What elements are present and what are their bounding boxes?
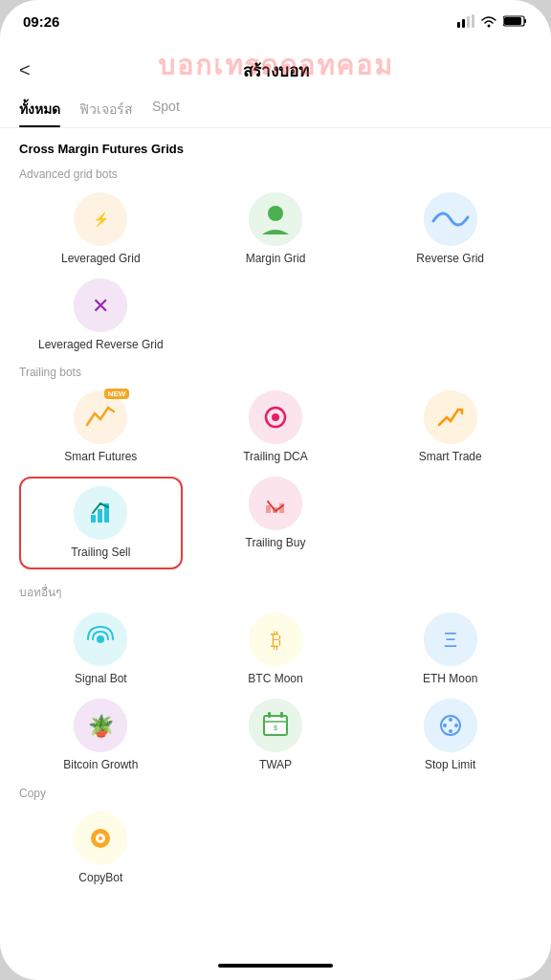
page-title: สร้างบอท: [243, 57, 309, 83]
twap-name: TWAP: [259, 758, 292, 773]
svg-point-18: [272, 413, 279, 421]
status-time: 09:26: [23, 13, 59, 30]
svg-rect-0: [457, 22, 460, 28]
tab-all[interactable]: ทั้งหมด: [19, 99, 60, 127]
svg-rect-40: [280, 712, 283, 718]
stop-limit-icon: [424, 699, 477, 752]
copy-bots-grid: CopyBot: [19, 812, 532, 886]
copy-label: Copy: [19, 787, 532, 800]
trailing-bots-label: Trailing bots: [19, 366, 532, 379]
svg-rect-2: [467, 16, 470, 28]
smart-futures-name: Smart Futures: [64, 450, 137, 465]
bot-smart-futures[interactable]: NEW Smart Futures: [19, 390, 183, 465]
bot-stop-limit[interactable]: Stop Limit: [368, 699, 532, 773]
twap-icon: $: [249, 699, 302, 752]
tab-spot[interactable]: Spot: [152, 99, 180, 127]
home-indicator: [0, 951, 551, 980]
stop-limit-name: Stop Limit: [425, 758, 475, 773]
reverse-grid-icon: [424, 192, 477, 246]
leveraged-grid-name: Leveraged Grid: [61, 252, 141, 267]
eth-moon-name: ETH Moon: [423, 672, 477, 687]
home-bar: [218, 964, 333, 968]
svg-rect-22: [98, 509, 102, 523]
tabs: ทั้งหมด ฟิวเจอร์ส Spot: [0, 99, 551, 128]
svg-point-44: [449, 718, 452, 722]
svg-text:🪴: 🪴: [88, 713, 115, 739]
svg-text:$: $: [274, 724, 278, 732]
svg-point-47: [449, 729, 452, 733]
reverse-grid-name: Reverse Grid: [416, 252, 484, 267]
cross-margin-subtitle: Cross Margin Futures Grids: [19, 142, 532, 156]
smart-trade-name: Smart Trade: [419, 450, 482, 465]
copybot-name: CopyBot: [78, 871, 122, 886]
bot-copybot[interactable]: CopyBot: [19, 812, 183, 886]
bot-trailing-dca[interactable]: Trailing DCA: [194, 390, 358, 465]
svg-text:₿: ₿: [270, 628, 280, 652]
svg-point-42: [424, 699, 477, 752]
back-button[interactable]: <: [19, 59, 31, 81]
other-bots-label: บอทอื่นๆ: [19, 583, 532, 601]
other-bots-grid: Signal Bot ₿ BTC Moon Ξ ETH Moon: [19, 612, 532, 772]
status-icons: [457, 14, 528, 28]
svg-rect-7: [504, 17, 521, 25]
svg-rect-21: [91, 515, 96, 523]
svg-text:Ξ: Ξ: [444, 628, 457, 652]
svg-point-29: [97, 635, 104, 643]
svg-rect-6: [524, 19, 526, 23]
trailing-buy-name: Trailing Buy: [246, 536, 306, 551]
main-content: < สร้างบอท ทั้งหมด ฟิวเจอร์ส Spot Cross …: [0, 42, 551, 951]
svg-point-51: [99, 836, 102, 840]
bot-eth-moon[interactable]: Ξ ETH Moon: [368, 612, 532, 687]
bot-trailing-sell[interactable]: Trailing Sell: [19, 477, 183, 570]
section-other: บอทอื่นๆ Signal Bot ₿ BTC Moon: [0, 583, 551, 772]
advanced-grid-label: Advanced grid bots: [19, 167, 532, 181]
new-badge: NEW: [104, 389, 130, 399]
copybot-icon: [74, 812, 127, 865]
bot-leveraged-grid[interactable]: ⚡ Leveraged Grid: [19, 192, 183, 267]
svg-point-46: [443, 724, 447, 727]
bot-reverse-grid[interactable]: Reverse Grid: [368, 192, 532, 267]
trailing-sell-name: Trailing Sell: [71, 546, 130, 561]
bot-btc-moon[interactable]: ₿ BTC Moon: [194, 612, 358, 687]
leveraged-grid-icon: ⚡: [74, 192, 127, 246]
smart-futures-icon: NEW: [74, 390, 127, 444]
status-bar: 09:26: [0, 0, 551, 42]
svg-text:⚡: ⚡: [93, 212, 110, 228]
svg-point-45: [454, 724, 458, 727]
smart-trade-icon: [424, 390, 477, 444]
bot-signal-bot[interactable]: Signal Bot: [19, 612, 183, 687]
margin-grid-icon: [249, 192, 302, 246]
signal-bot-name: Signal Bot: [75, 672, 127, 687]
section-copy: Copy CopyBot: [0, 787, 551, 886]
bot-bitcoin-growth[interactable]: 🪴 Bitcoin Growth: [19, 699, 183, 773]
svg-point-11: [268, 206, 283, 221]
bot-smart-trade[interactable]: Smart Trade: [368, 390, 532, 465]
svg-rect-25: [266, 505, 271, 513]
trailing-dca-name: Trailing DCA: [243, 450, 308, 465]
svg-rect-1: [462, 19, 465, 28]
svg-point-24: [249, 477, 302, 530]
trailing-bots-grid: NEW Smart Futures Trailing DCA Smar: [19, 390, 532, 569]
section-trailing: Trailing bots NEW Smart Futures Trailing…: [0, 366, 551, 569]
svg-rect-39: [268, 712, 271, 718]
btc-moon-icon: ₿: [249, 612, 302, 666]
tab-futures[interactable]: ฟิวเจอร์ส: [79, 99, 133, 127]
bitcoin-growth-name: Bitcoin Growth: [63, 758, 138, 773]
bot-margin-grid[interactable]: Margin Grid: [194, 192, 358, 267]
header: < สร้างบอท: [0, 42, 551, 99]
bot-trailing-buy[interactable]: Trailing Buy: [194, 477, 358, 570]
bitcoin-growth-icon: 🪴: [74, 699, 127, 752]
battery-icon: [503, 14, 528, 28]
section-cross-margin: Cross Margin Futures Grids Advanced grid…: [0, 142, 551, 352]
btc-moon-name: BTC Moon: [248, 672, 302, 687]
leveraged-reverse-grid-icon: ✕: [74, 278, 127, 332]
bot-twap[interactable]: $ TWAP: [194, 699, 358, 773]
signal-bot-icon: [74, 612, 127, 666]
margin-grid-name: Margin Grid: [246, 252, 306, 267]
bot-leveraged-reverse-grid[interactable]: ✕ Leveraged Reverse Grid: [19, 278, 183, 353]
advanced-grid-bots: ⚡ Leveraged Grid Margin Grid Revers: [19, 192, 532, 352]
svg-rect-3: [472, 14, 474, 28]
signal-icon: [457, 14, 474, 28]
wifi-icon: [480, 14, 497, 28]
trailing-dca-icon: [249, 390, 302, 444]
